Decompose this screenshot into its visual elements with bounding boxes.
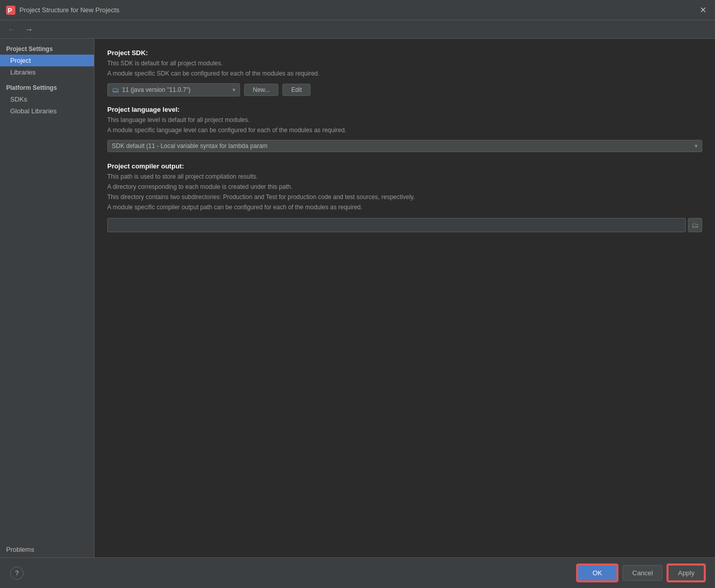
sdk-value: 11 (java version "11.0.7") bbox=[122, 86, 190, 93]
language-section: Project language level: This language le… bbox=[107, 106, 702, 152]
close-button[interactable]: ✕ bbox=[697, 4, 709, 16]
sidebar-item-problems[interactable]: Problems bbox=[0, 542, 94, 557]
help-button[interactable]: ? bbox=[10, 567, 23, 580]
compiler-output-input[interactable] bbox=[107, 218, 686, 232]
sdk-folder-icon: 🗂 bbox=[112, 86, 119, 94]
compiler-output-row: 🗂 bbox=[107, 218, 702, 232]
new-sdk-button[interactable]: New... bbox=[244, 84, 278, 96]
sdk-row: 🗂 11 (java version "11.0.7") ▾ New... Ed… bbox=[107, 83, 702, 96]
sidebar-item-sdks[interactable]: SDKs bbox=[0, 93, 94, 105]
svg-text:P: P bbox=[8, 7, 12, 14]
bottom-bar: ? OK Cancel Apply bbox=[0, 557, 715, 588]
sdk-title: Project SDK: bbox=[107, 49, 702, 57]
back-arrow[interactable]: ← bbox=[5, 24, 18, 35]
sdk-desc2: A module specific SDK can be configured … bbox=[107, 69, 702, 78]
cancel-button[interactable]: Cancel bbox=[623, 565, 662, 581]
compiler-desc3: This directory contains two subdirectori… bbox=[107, 192, 702, 202]
sidebar: Project Settings Project Libraries Platf… bbox=[0, 39, 94, 557]
compiler-folder-browse-button[interactable]: 🗂 bbox=[688, 218, 702, 232]
content-area: Project SDK: This SDK is default for all… bbox=[94, 39, 715, 557]
platform-settings-header: Platform Settings bbox=[0, 78, 94, 93]
compiler-desc1: This path is used to store all project c… bbox=[107, 172, 702, 181]
edit-sdk-button[interactable]: Edit bbox=[282, 84, 311, 96]
title-bar: P Project Structure for New Projects ✕ bbox=[0, 0, 715, 20]
language-desc2: A module specific language level can be … bbox=[107, 126, 702, 135]
ok-button[interactable]: OK bbox=[577, 565, 617, 581]
forward-arrow[interactable]: → bbox=[22, 24, 36, 35]
language-dropdown-arrow: ▾ bbox=[695, 142, 698, 150]
language-level-value: SDK default (11 - Local variable syntax … bbox=[112, 142, 268, 150]
compiler-section: Project compiler output: This path is us… bbox=[107, 162, 702, 232]
nav-bar: ← → bbox=[0, 20, 715, 39]
sidebar-item-sdks-label: SDKs bbox=[10, 95, 27, 103]
sidebar-item-libraries[interactable]: Libraries bbox=[0, 66, 94, 78]
main-container: Project Settings Project Libraries Platf… bbox=[0, 39, 715, 557]
compiler-desc4: A module specific compiler output path c… bbox=[107, 203, 702, 212]
dialog-title: Project Structure for New Projects bbox=[19, 6, 697, 14]
apply-button[interactable]: Apply bbox=[668, 565, 705, 581]
compiler-title: Project compiler output: bbox=[107, 162, 702, 170]
compiler-desc2: A directory corresponding to each module… bbox=[107, 182, 702, 191]
bottom-actions: OK Cancel Apply bbox=[577, 565, 705, 581]
sidebar-item-libraries-label: Libraries bbox=[10, 68, 36, 76]
sidebar-item-project[interactable]: Project bbox=[0, 55, 94, 66]
language-desc1: This language level is default for all p… bbox=[107, 115, 702, 125]
folder-icon: 🗂 bbox=[692, 221, 699, 229]
sdk-dropdown-arrow: ▾ bbox=[232, 86, 235, 93]
project-settings-header: Project Settings bbox=[0, 41, 94, 55]
problems-label: Problems bbox=[6, 546, 34, 553]
sdk-section: Project SDK: This SDK is default for all… bbox=[107, 49, 702, 96]
sidebar-item-global-libraries[interactable]: Global Libraries bbox=[0, 105, 94, 117]
sdk-dropdown[interactable]: 🗂 11 (java version "11.0.7") ▾ bbox=[107, 83, 240, 96]
sidebar-item-global-libraries-label: Global Libraries bbox=[10, 107, 57, 115]
sdk-desc1: This SDK is default for all project modu… bbox=[107, 59, 702, 68]
language-title: Project language level: bbox=[107, 106, 702, 113]
app-icon: P bbox=[6, 6, 15, 15]
sidebar-item-project-label: Project bbox=[10, 57, 31, 64]
language-level-dropdown[interactable]: SDK default (11 - Local variable syntax … bbox=[107, 140, 702, 152]
